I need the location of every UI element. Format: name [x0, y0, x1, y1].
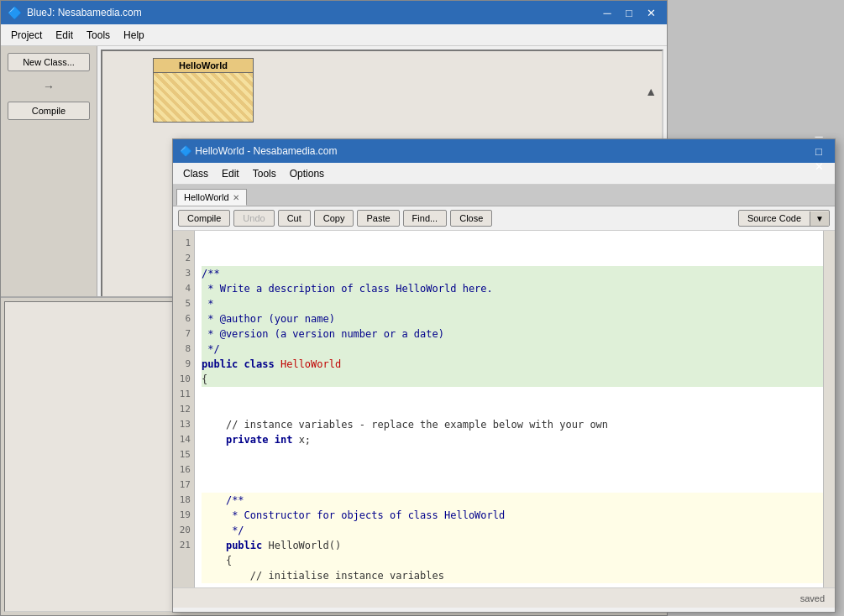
scroll-up-arrow[interactable]: ▲: [645, 85, 657, 98]
arrow-icon: →: [43, 80, 55, 93]
line-num-14: 14: [173, 432, 191, 447]
bluej-icon: 🔷: [8, 6, 22, 19]
editor-menu-edit[interactable]: Edit: [215, 166, 246, 181]
class-block-label: HelloWorld: [153, 58, 254, 72]
outer-title-bar: 🔷 BlueJ: Nesabamedia.com ─ □ ✕: [1, 1, 667, 24]
arrow-button: →: [8, 76, 90, 97]
line-num-7: 7: [173, 326, 191, 342]
outer-maximize-button[interactable]: □: [620, 5, 638, 20]
menu-project[interactable]: Project: [4, 28, 49, 43]
line-num-1: 1: [173, 236, 191, 251]
tab-helloworld[interactable]: HelloWorld ✕: [176, 189, 247, 206]
code-container: 1 2 3 4 5 6 7 8 9 10 11 12 13 14 15 16 1…: [173, 231, 835, 587]
line-numbers: 1 2 3 4 5 6 7 8 9 10 11 12 13 14 15 16 1…: [173, 231, 195, 587]
editor-menu-class[interactable]: Class: [176, 166, 215, 181]
editor-title-bar: 🔷 HelloWorld - Nesabamedia.com ─ □ ✕: [173, 139, 835, 163]
editor-icon: 🔷: [180, 145, 192, 157]
new-class-button[interactable]: New Class...: [8, 53, 90, 71]
editor-toolbar: Compile Undo Cut Copy Paste Find... Clos…: [173, 206, 835, 231]
line-num-13: 13: [173, 417, 191, 432]
constructor-section: /** * Constructor for objects of class H…: [202, 493, 828, 583]
line-num-20: 20: [173, 523, 191, 538]
toolbar-undo-button[interactable]: Undo: [233, 210, 274, 227]
editor-close-button[interactable]: ✕: [810, 159, 828, 174]
outer-win-controls: ─ □ ✕: [598, 5, 660, 20]
editor-menu-tools[interactable]: Tools: [246, 166, 283, 181]
line-num-17: 17: [173, 478, 191, 493]
toolbar-paste-button[interactable]: Paste: [357, 210, 399, 227]
editor-title-text: HelloWorld - Nesabamedia.com: [195, 145, 337, 157]
line-num-16: 16: [173, 462, 191, 478]
menu-tools[interactable]: Tools: [80, 28, 117, 43]
outer-title-text: BlueJ: Nesabamedia.com: [27, 7, 142, 18]
line-num-10: 10: [173, 372, 191, 387]
tab-close-icon[interactable]: ✕: [233, 193, 239, 202]
toolbar-close-button[interactable]: Close: [450, 210, 492, 227]
line-num-11: 11: [173, 387, 191, 402]
source-code-arrow-icon[interactable]: ▼: [810, 211, 829, 226]
toolbar-copy-button[interactable]: Copy: [314, 210, 354, 227]
line-num-8: 8: [173, 342, 191, 357]
javadoc-section: /** * Write a description of class Hello…: [202, 266, 828, 387]
toolbar-compile-button[interactable]: Compile: [178, 210, 230, 227]
editor-menu-bar: Class Edit Tools Options: [173, 163, 835, 185]
source-code-dropdown[interactable]: Source Code ▼: [738, 210, 830, 227]
outer-close-button[interactable]: ✕: [642, 5, 660, 20]
line-num-2: 2: [173, 251, 191, 266]
line-num-15: 15: [173, 447, 191, 462]
line-num-4: 4: [173, 281, 191, 296]
line-num-6: 6: [173, 311, 191, 326]
line-num-18: 18: [173, 493, 191, 508]
editor-minimize-button[interactable]: ─: [810, 128, 828, 144]
editor-window: 🔷 HelloWorld - Nesabamedia.com ─ □ ✕ Cla…: [172, 138, 836, 613]
outer-title-left: 🔷 BlueJ: Nesabamedia.com: [8, 6, 142, 19]
line-num-9: 9: [173, 357, 191, 372]
code-content: /** * Write a description of class Hello…: [195, 231, 835, 587]
menu-edit[interactable]: Edit: [49, 28, 80, 43]
code-scroll[interactable]: /** * Write a description of class Hello…: [195, 231, 835, 587]
tab-label: HelloWorld: [184, 192, 229, 202]
line-num-12: 12: [173, 402, 191, 417]
editor-menu-options[interactable]: Options: [283, 166, 331, 181]
editor-title-left: 🔷 HelloWorld - Nesabamedia.com: [180, 145, 338, 157]
line-num-3: 3: [173, 266, 191, 281]
class-block-helloworld[interactable]: HelloWorld: [153, 58, 254, 123]
editor-status-bar: saved: [173, 587, 835, 608]
compile-button[interactable]: Compile: [8, 102, 90, 120]
toolbar-cut-button[interactable]: Cut: [278, 210, 311, 227]
instance-section: // instance variables - replace the exam…: [202, 417, 828, 462]
editor-maximize-button[interactable]: □: [810, 144, 828, 159]
line-num-19: 19: [173, 508, 191, 523]
line-num-5: 5: [173, 296, 191, 311]
class-block-body: [153, 72, 254, 123]
outer-menu-bar: Project Edit Tools Help: [1, 24, 667, 46]
status-text: saved: [800, 593, 825, 603]
source-code-label[interactable]: Source Code: [739, 211, 810, 226]
toolbar-find-button[interactable]: Find...: [403, 210, 448, 227]
outer-minimize-button[interactable]: ─: [598, 5, 616, 20]
vertical-scrollbar[interactable]: [823, 231, 835, 587]
line-num-21: 21: [173, 538, 191, 553]
menu-help[interactable]: Help: [117, 28, 151, 43]
tab-bar: HelloWorld ✕: [173, 185, 835, 206]
editor-win-controls: ─ □ ✕: [810, 128, 828, 174]
